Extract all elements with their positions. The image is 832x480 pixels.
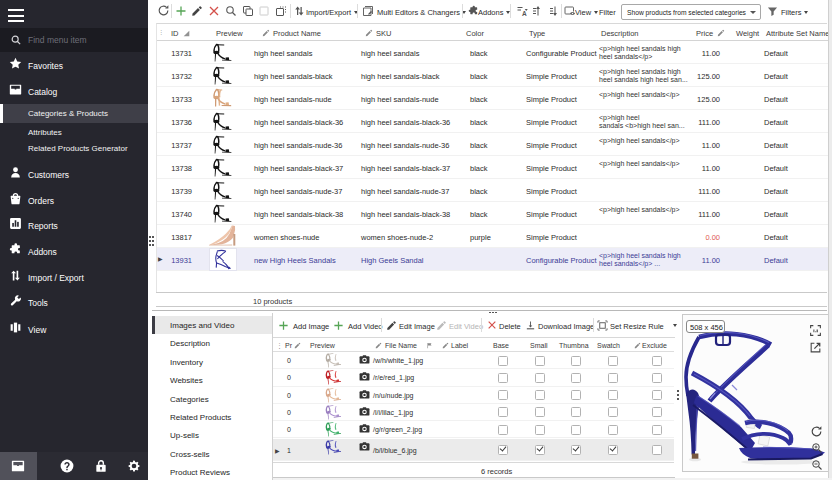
- svg-text:A: A: [522, 10, 527, 17]
